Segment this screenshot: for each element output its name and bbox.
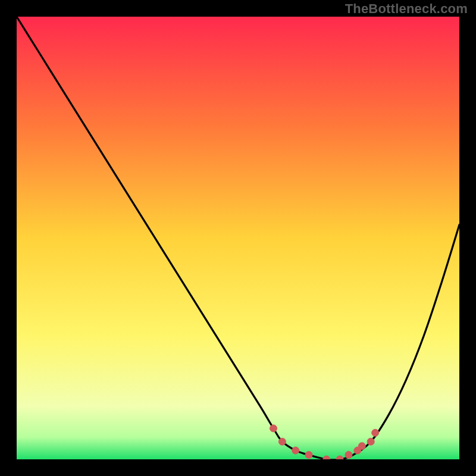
gradient-background (17, 17, 459, 459)
marker-point (358, 443, 365, 450)
marker-point (278, 438, 286, 445)
plot-area (17, 17, 459, 459)
chart-svg (17, 17, 459, 459)
marker-point (372, 429, 379, 436)
watermark-text: TheBottleneck.com (345, 1, 468, 17)
chart-frame: TheBottleneck.com (0, 0, 476, 476)
marker-point (345, 452, 352, 459)
marker-point (367, 438, 374, 445)
marker-point (270, 425, 277, 432)
marker-point (292, 447, 299, 454)
marker-point (305, 452, 312, 459)
